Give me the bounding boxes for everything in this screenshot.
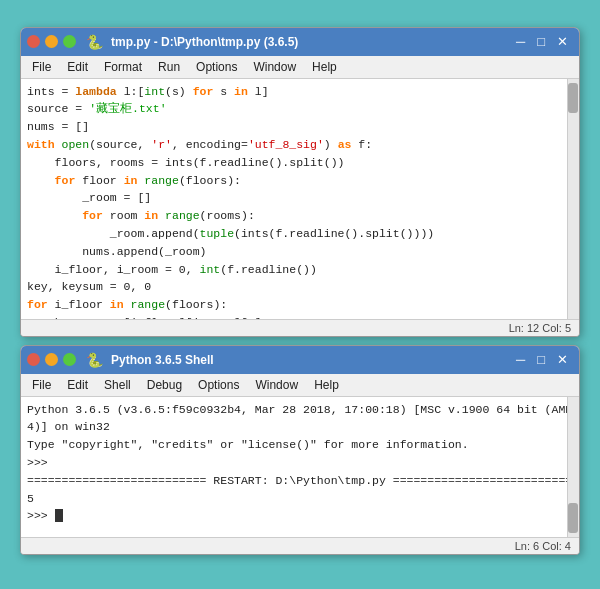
menu-options[interactable]: Options [189, 58, 244, 76]
menu-window[interactable]: Window [246, 58, 303, 76]
desktop: 🐍 tmp.py - D:\Python\tmp.py (3.6.5) ─ □ … [20, 27, 580, 563]
editor-window: 🐍 tmp.py - D:\Python\tmp.py (3.6.5) ─ □ … [20, 27, 580, 337]
editor-window-controls [27, 35, 76, 48]
editor-minimize-btn[interactable]: ─ [511, 35, 530, 48]
shell-minimize-btn[interactable]: ─ [511, 353, 530, 366]
code-line-5: floors, rooms = ints(f.readline().split(… [27, 154, 573, 172]
shell-line-3: Type "copyright", "credits" or "license(… [27, 436, 573, 454]
editor-code-area[interactable]: ints = lambda l:[int(s) for s in l] sour… [21, 79, 579, 319]
editor-max-btn[interactable] [63, 35, 76, 48]
shell-close-btn[interactable] [27, 353, 40, 366]
code-line-12: key, keysum = 0, 0 [27, 278, 573, 296]
shell-menu-file[interactable]: File [25, 376, 58, 394]
shell-menu-bar: File Edit Shell Debug Options Window Hel… [21, 374, 579, 397]
editor-menu-bar: File Edit Format Run Options Window Help [21, 56, 579, 79]
shell-menu-shell[interactable]: Shell [97, 376, 138, 394]
shell-title-bar: 🐍 Python 3.6.5 Shell ─ □ ✕ [21, 346, 579, 374]
shell-line-4: >>> [27, 454, 573, 472]
editor-close-x-btn[interactable]: ✕ [552, 35, 573, 48]
menu-edit[interactable]: Edit [60, 58, 95, 76]
shell-status-text: Ln: 6 Col: 4 [515, 540, 571, 552]
shell-icon: 🐍 [86, 352, 103, 368]
shell-scrollbar[interactable] [567, 397, 579, 537]
editor-min-btn[interactable] [45, 35, 58, 48]
shell-line-1: Python 3.6.5 (v3.6.5:f59c0932b4, Mar 28 … [27, 401, 573, 419]
editor-status-text: Ln: 12 Col: 5 [509, 322, 571, 334]
shell-window-controls [27, 353, 76, 366]
shell-line-6: 5 [27, 490, 573, 508]
editor-maximize-btn[interactable]: □ [532, 35, 550, 48]
editor-close-btn[interactable] [27, 35, 40, 48]
editor-title-bar: 🐍 tmp.py - D:\Python\tmp.py (3.6.5) ─ □ … [21, 28, 579, 56]
shell-title: Python 3.6.5 Shell [111, 353, 505, 367]
menu-file[interactable]: File [25, 58, 58, 76]
shell-menu-window[interactable]: Window [248, 376, 305, 394]
code-line-7: _room = [] [27, 189, 573, 207]
editor-status-bar: Ln: 12 Col: 5 [21, 319, 579, 336]
shell-max-btn[interactable] [63, 353, 76, 366]
shell-line-2: 4)] on win32 [27, 418, 573, 436]
shell-menu-debug[interactable]: Debug [140, 376, 189, 394]
code-line-4: with open(source, 'r', encoding='utf_8_s… [27, 136, 573, 154]
code-line-14: key = nums[i_floor][i_room][1] [27, 314, 573, 318]
code-line-10: nums.append(_room) [27, 243, 573, 261]
shell-close-x-btn[interactable]: ✕ [552, 353, 573, 366]
shell-window: 🐍 Python 3.6.5 Shell ─ □ ✕ File Edit She… [20, 345, 580, 555]
shell-menu-edit[interactable]: Edit [60, 376, 95, 394]
shell-cursor [55, 509, 63, 522]
shell-scrollbar-thumb[interactable] [568, 503, 578, 533]
shell-output-area[interactable]: Python 3.6.5 (v3.6.5:f59c0932b4, Mar 28 … [21, 397, 579, 537]
shell-menu-options[interactable]: Options [191, 376, 246, 394]
editor-title: tmp.py - D:\Python\tmp.py (3.6.5) [111, 35, 505, 49]
menu-help[interactable]: Help [305, 58, 344, 76]
menu-format[interactable]: Format [97, 58, 149, 76]
shell-line-7: >>> [27, 507, 573, 525]
shell-line-5: ========================== RESTART: D:\P… [27, 472, 573, 490]
editor-scrollbar-thumb[interactable] [568, 83, 578, 113]
code-line-9: _room.append(tuple(ints(f.readline().spl… [27, 225, 573, 243]
code-line-3: nums = [] [27, 118, 573, 136]
editor-icon: 🐍 [86, 34, 103, 50]
shell-min-btn[interactable] [45, 353, 58, 366]
code-line-6: for floor in range(floors): [27, 172, 573, 190]
code-line-13: for i_floor in range(floors): [27, 296, 573, 314]
shell-status-bar: Ln: 6 Col: 4 [21, 537, 579, 554]
menu-run[interactable]: Run [151, 58, 187, 76]
editor-scrollbar[interactable] [567, 79, 579, 319]
code-line-1: ints = lambda l:[int(s) for s in l] [27, 83, 573, 101]
shell-maximize-btn[interactable]: □ [532, 353, 550, 366]
code-line-2: source = '藏宝柜.txt' [27, 100, 573, 118]
shell-menu-help[interactable]: Help [307, 376, 346, 394]
shell-winbtns: ─ □ ✕ [511, 353, 573, 366]
code-line-8: for room in range(rooms): [27, 207, 573, 225]
editor-winbtns: ─ □ ✕ [511, 35, 573, 48]
code-line-11: i_floor, i_room = 0, int(f.readline()) [27, 261, 573, 279]
